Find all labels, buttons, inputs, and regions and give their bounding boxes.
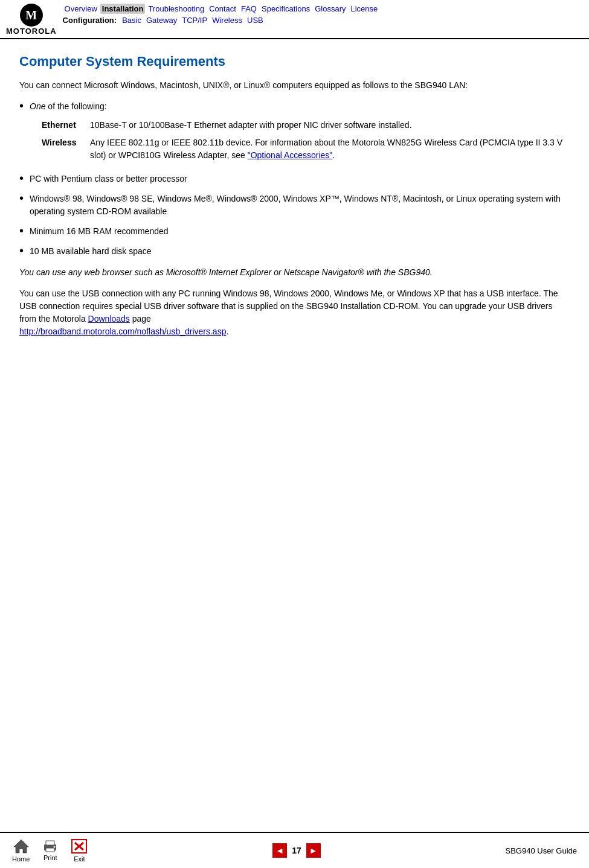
- motorola-logo-circle: M: [20, 4, 43, 27]
- downloads-link[interactable]: Downloads: [88, 314, 130, 324]
- config-label: Configuration:: [63, 16, 117, 25]
- nav-license[interactable]: License: [349, 4, 380, 14]
- bullet-list: • One of the following: Ethernet 10Base-…: [19, 100, 570, 258]
- bullet-content-2: PC with Pentium class or better processo…: [30, 173, 187, 185]
- bullet-item-3: • Windows® 98, Windows® 98 SE, Windows M…: [19, 193, 570, 218]
- wireless-label: Wireless: [42, 135, 90, 165]
- bullet-dot-3: •: [19, 191, 24, 205]
- home-button[interactable]: Home: [12, 838, 30, 863]
- bullet-dot-1: •: [19, 99, 24, 113]
- nav-specifications[interactable]: Specifications: [260, 4, 312, 14]
- top-nav-container: M MOTOROLA Overview Installation Trouble…: [0, 0, 589, 39]
- closing-paragraph: You can use the USB connection with any …: [19, 287, 570, 338]
- nav-glossary[interactable]: Glossary: [313, 4, 347, 14]
- bullet-item-4: • Minimum 16 MB RAM recommended: [19, 225, 570, 238]
- nav-gateway[interactable]: Gateway: [144, 15, 179, 25]
- nav-overview[interactable]: Overview: [63, 4, 99, 14]
- motorola-url-link[interactable]: http://broadband.motorola.com/noflash/us…: [19, 327, 226, 336]
- nav-contact[interactable]: Contact: [207, 4, 238, 14]
- closing-text-2: page: [130, 314, 151, 324]
- nav-faq[interactable]: FAQ: [239, 4, 259, 14]
- page-number: 17: [292, 846, 301, 855]
- exit-label: Exit: [74, 855, 85, 863]
- nav-rows: Overview Installation Troubleshooting Co…: [63, 4, 380, 25]
- svg-rect-3: [46, 848, 54, 852]
- bullet-item-5: • 10 MB available hard disk space: [19, 245, 570, 258]
- connection-table: Ethernet 10Base-T or 10/100Base-T Ethern…: [42, 118, 570, 165]
- print-icon: [42, 840, 59, 853]
- prev-page-button[interactable]: ◄: [272, 843, 287, 858]
- bullet-dot-5: •: [19, 244, 24, 258]
- svg-point-4: [54, 846, 56, 848]
- home-label: Home: [12, 855, 30, 863]
- exit-button[interactable]: Exit: [71, 838, 88, 863]
- bullet-content-3: Windows® 98, Windows® 98 SE, Windows Me®…: [30, 193, 570, 218]
- nav-basic[interactable]: Basic: [120, 15, 143, 25]
- bullet-content-5: 10 MB available hard disk space: [30, 245, 152, 258]
- closing-text-3: .: [226, 327, 228, 336]
- table-row-wireless: Wireless Any IEEE 802.11g or IEEE 802.11…: [42, 135, 570, 165]
- wireless-def: Any IEEE 802.11g or IEEE 802.11b device.…: [90, 135, 570, 165]
- logo-area: M MOTOROLA: [6, 4, 57, 36]
- bullet-dot-4: •: [19, 224, 24, 238]
- nav-tcpip[interactable]: TCP/IP: [180, 15, 209, 25]
- footer: Home Print Exit ◄ 17 ► SBG940: [0, 832, 589, 868]
- brand-name: MOTOROLA: [6, 27, 57, 36]
- logo-m-letter: M: [25, 8, 37, 22]
- page-navigation: ◄ 17 ►: [272, 843, 321, 858]
- bullet-dot-2: •: [19, 171, 24, 185]
- exit-icon: [71, 838, 88, 854]
- italic-paragraph: You can use any web browser such as Micr…: [19, 266, 570, 279]
- bullet-item-2: • PC with Pentium class or better proces…: [19, 173, 570, 185]
- table-row-ethernet: Ethernet 10Base-T or 10/100Base-T Ethern…: [42, 118, 570, 135]
- nav-installation[interactable]: Installation: [100, 4, 146, 14]
- ethernet-def: 10Base-T or 10/100Base-T Ethernet adapte…: [90, 118, 570, 135]
- nav-wireless[interactable]: Wireless: [210, 15, 244, 25]
- print-button[interactable]: Print: [42, 840, 59, 861]
- print-label: Print: [43, 854, 57, 861]
- footer-doc-title: SBG940 User Guide: [505, 846, 577, 855]
- nav-usb[interactable]: USB: [245, 15, 265, 25]
- bullet-content-4: Minimum 16 MB RAM recommended: [30, 225, 169, 238]
- ethernet-label: Ethernet: [42, 118, 90, 135]
- home-icon: [13, 838, 30, 854]
- bullet-content-1: One of the following: Ethernet 10Base-T …: [30, 100, 570, 165]
- nav-troubleshooting[interactable]: Troubleshooting: [146, 4, 206, 14]
- bullet-item-1: • One of the following: Ethernet 10Base-…: [19, 100, 570, 165]
- next-page-button[interactable]: ►: [306, 843, 321, 858]
- main-content: Computer System Requirements You can con…: [0, 39, 589, 395]
- page-title: Computer System Requirements: [19, 54, 570, 69]
- svg-marker-0: [14, 840, 28, 853]
- optional-accessories-link[interactable]: "Optional Accessories": [248, 150, 333, 160]
- nav-row-2: Configuration: Basic Gateway TCP/IP Wire…: [63, 15, 380, 25]
- footer-left: Home Print Exit: [12, 838, 88, 863]
- nav-row-1: Overview Installation Troubleshooting Co…: [63, 4, 380, 14]
- bullet-1-italic: One of the following:: [30, 101, 107, 111]
- intro-paragraph: You can connect Microsoft Windows, Macin…: [19, 79, 570, 92]
- svg-rect-2: [46, 841, 54, 845]
